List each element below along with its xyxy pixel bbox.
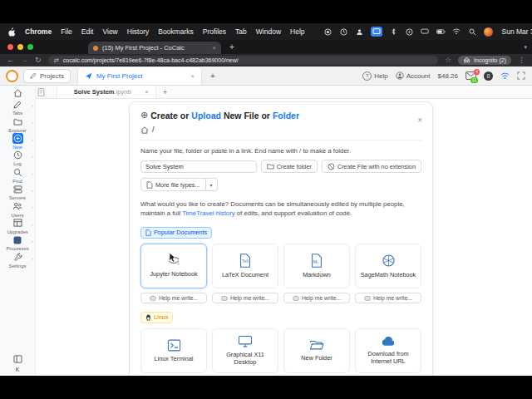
search-icon[interactable] [468,27,477,37]
back-icon[interactable]: ← [7,57,14,64]
menubar-app-name[interactable]: Chrome [25,27,52,36]
folder-link[interactable]: Folder [273,111,299,121]
upload-link[interactable]: Upload [191,111,221,121]
sidebar-item-users[interactable]: Users › [0,200,35,217]
apple-icon[interactable] [8,27,16,37]
card-new-folder[interactable]: New Folder [283,328,350,373]
card-x11-desktop[interactable]: Graphical X11 Desktop [212,328,278,373]
menu-history[interactable]: History [127,27,149,36]
chevron-right-icon[interactable]: › [32,137,33,142]
notification-badge-red: 4 [474,69,480,75]
create-no-extension-button[interactable]: Create File with no extension [322,160,421,173]
menu-help[interactable]: Help [290,27,304,36]
browser-tab[interactable]: (15) My First Project - CoCalc × [88,42,221,54]
card-download-from-url[interactable]: Download from Internet URL [355,328,421,373]
dialog-close-icon[interactable]: × [417,116,422,125]
menu-window[interactable]: Window [256,27,281,36]
help-me-write-button[interactable]: Help me write... [283,293,350,303]
chevron-right-icon[interactable]: › [32,256,33,261]
sidebar-item-log[interactable]: Log › [0,150,35,166]
sidebar-item-tabs[interactable]: Tabs › [0,99,35,116]
battery-icon[interactable] [436,27,446,37]
chrome-tabstrip: (15) My First Project - CoCalc × + ▾ [0,40,532,54]
help-me-write-button[interactable]: Help me write... [212,293,278,303]
file-tab[interactable]: Solve System.ipynb × [57,86,156,98]
menu-view[interactable]: View [102,27,117,36]
menubar-clock[interactable]: Sun Mar 30 5:18 PM [502,27,532,36]
help-button[interactable]: ? Help [362,71,387,81]
sidebar-item-new[interactable]: New › [0,133,35,150]
shortcut-icon[interactable] [405,27,414,37]
sidebar-item-servers[interactable]: Servers › [0,184,35,200]
chevron-right-icon[interactable]: › [32,239,33,244]
sidebar-item-upgrades[interactable]: Upgrades › [0,218,35,234]
sidebar-item-find[interactable]: Find › [0,167,35,184]
cocalc-logo[interactable] [6,70,18,82]
new-file-tab-button[interactable]: + [163,88,167,96]
chevron-right-icon[interactable]: › [32,222,33,227]
user-status-icon[interactable] [355,27,364,37]
sidebar-item-explorer[interactable]: Explorer › [0,116,35,132]
address-bar[interactable]: ⇄ cocalc.com/projects/7e819ee6-7f8e-48ca… [48,56,438,65]
site-info-icon[interactable]: ⇄ [54,57,59,64]
home-button[interactable] [13,89,22,97]
chevron-right-icon[interactable]: › [32,120,33,125]
sidebar-item-settings[interactable]: Settings › [0,252,35,268]
bookmark-star-icon[interactable]: ☆ [445,57,451,64]
chrome-menu-icon[interactable]: ⋮ [518,57,525,64]
reload-icon[interactable]: ↻ [35,57,42,64]
menu-bookmarks[interactable]: Bookmarks [158,27,194,36]
card-sagemath-notebook[interactable]: SageMath Notebook [355,244,421,288]
menu-file[interactable]: File [61,27,72,36]
tab-search-icon[interactable]: ▾ [524,44,527,51]
forward-icon[interactable]: → [21,57,28,64]
chevron-right-icon[interactable]: › [32,188,33,193]
account-button[interactable]: Account [396,71,431,80]
card-latex-document[interactable]: TeX LaTeX Document [212,244,278,288]
new-tab-button[interactable]: + [229,42,234,52]
record-icon[interactable] [323,27,332,37]
projects-button[interactable]: Projects [23,69,71,83]
menu-tab[interactable]: Tab [235,27,247,36]
project-tab[interactable]: My First Project × [77,66,202,85]
card-linux-terminal[interactable]: Linux Terminal [140,328,207,373]
filename-input[interactable] [140,160,257,173]
close-file-icon[interactable]: × [145,89,149,96]
close-window-button[interactable] [7,44,13,50]
chevron-right-icon[interactable]: › [32,103,33,108]
create-folder-button[interactable]: Create folder [261,160,318,173]
help-me-write-button[interactable]: Help me write... [140,293,207,303]
more-file-types-button[interactable]: More file types... [140,178,206,191]
chevron-right-icon[interactable]: › [32,204,33,209]
help-me-write-row: Help me write... Help me write... Help m… [140,293,421,303]
wifi-icon[interactable] [452,27,461,37]
notifications-button[interactable]: 4 11 [466,71,476,81]
chevron-right-icon[interactable]: › [32,171,33,176]
bluetooth-icon[interactable] [389,27,398,37]
fullscreen-icon[interactable] [517,71,525,80]
balance-label[interactable]: $48.26 [438,72,458,80]
folder-icon [267,163,274,170]
chevron-right-icon[interactable]: › [32,154,33,159]
sidebar-item-processes[interactable]: Processes › [0,234,35,251]
help-me-write-button[interactable]: Help me write... [355,293,421,303]
menu-edit[interactable]: Edit [81,27,94,36]
close-tab-icon[interactable]: × [212,45,216,52]
screen-mirroring-icon[interactable] [371,27,382,37]
timetravel-link[interactable]: TimeTravel history [182,209,235,217]
home-icon[interactable] [140,126,149,134]
zoom-window-button[interactable] [27,44,33,50]
minimize-window-button[interactable] [17,44,23,50]
card-jupyter-notebook[interactable]: Jupyter Notebook [140,244,207,288]
user-avatar[interactable] [484,27,493,37]
collapse-panel-icon[interactable] [13,355,22,363]
card-markdown[interactable]: M↓ Markdown [283,244,350,288]
timer-icon[interactable] [339,27,348,37]
more-file-types-dropdown[interactable]: ▾ [206,178,218,191]
display-icon[interactable] [421,27,430,37]
close-project-icon[interactable]: × [190,73,195,80]
menu-profiles[interactable]: Profiles [203,27,226,36]
open-project-button[interactable]: + [210,71,215,81]
connection-wifi-icon[interactable] [500,72,510,80]
counter-badge[interactable]: 0 [484,71,493,81]
